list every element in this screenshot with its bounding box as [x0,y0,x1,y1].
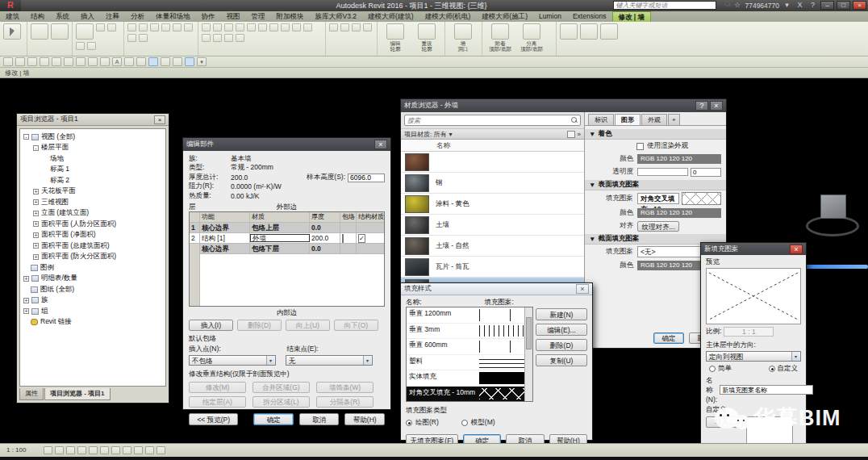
split-region-button[interactable]: 拆分区域(L) [252,396,310,408]
duplicate-button[interactable]: 复制(U) [536,354,587,366]
tab-structure[interactable]: 结构 [25,11,50,22]
shading-section-header[interactable]: ▼着色 [585,129,726,140]
tab-massing-site[interactable]: 体量和场地 [150,11,196,22]
section-icon[interactable] [136,57,146,66]
switch-windows-icon[interactable] [173,57,182,66]
worksharing-display-icon[interactable] [145,446,154,454]
view-scale[interactable]: 1 : 100 [6,446,26,454]
tab-modeling-master-con[interactable]: 建模大师(施工) [476,11,533,22]
shading-color-swatch[interactable]: RGB 120 120 120 [637,154,721,164]
ok-button[interactable]: 确定 [253,413,294,425]
temporary-hide-icon[interactable] [123,446,131,454]
tab-modeling-master-arch[interactable]: 建模大师(建筑) [362,11,419,22]
texture-alignment-button[interactable]: 纹理对齐... [637,221,679,232]
exchange-apps-icon[interactable]: X [795,1,805,10]
tree-item-sheets[interactable]: 图纸 (全部) [23,284,165,295]
visual-style-icon[interactable] [55,446,64,454]
edit-button[interactable]: 编辑(E)... [536,324,587,336]
scrollbar[interactable] [524,307,532,401]
render-icon[interactable] [89,446,98,454]
material-row-paint-yellow[interactable]: 涂料 - 黄色 [401,194,584,215]
pattern-row[interactable]: 垂直 1200mm [407,307,532,324]
tab-architecture[interactable]: 建筑 [0,11,25,22]
attach-top-tool[interactable]: 附着 顶部/底部 [486,23,515,52]
cell-structural[interactable]: ✓ [357,233,384,243]
collapse-icon[interactable]: - [33,145,39,151]
cope-icon[interactable] [127,23,136,31]
tree-item-level1[interactable]: 标高 1 [23,165,165,176]
cell-function[interactable]: 结构 [1] [200,233,250,243]
down-button[interactable]: 向下(O) [334,320,378,331]
properties-icon[interactable] [31,23,48,40]
new-button[interactable]: 新建(N) [536,308,587,320]
cell-material-editing[interactable]: 外墙 [250,234,310,242]
array-icon[interactable] [258,23,267,31]
tab-analyze[interactable]: 分析 [125,11,150,22]
redo-icon[interactable] [52,57,61,66]
copy-move-icon[interactable] [281,23,290,31]
constraints-icon[interactable] [156,446,165,454]
type-properties-icon[interactable] [51,23,69,40]
tree-item-ceiling-plans[interactable]: +天花板平面 [23,186,165,198]
close-button[interactable]: × [853,1,866,10]
use-render-appearance-checkbox[interactable] [636,143,644,150]
expand-icon[interactable]: + [33,221,39,227]
expand-icon[interactable]: + [23,298,29,303]
reveals-button[interactable]: 分隔条(R) [316,396,373,408]
pattern-row-selected[interactable]: 对角交叉填充 - 10mm [407,387,532,403]
orientation-dropdown[interactable]: 定向到视图▾ [706,351,801,362]
tree-item-views[interactable]: -视图 (全部) [23,132,165,143]
dropdown-icon[interactable]: ▾ [782,1,792,10]
mirror-icon[interactable] [224,23,233,31]
cut-geometry-icon[interactable] [139,23,148,31]
ribbon-tool-icon[interactable] [580,23,598,40]
scrollbar-thumb[interactable] [526,317,532,349]
extend-icon[interactable] [236,23,244,31]
tree-item-area-plan-4[interactable]: +面积平面 (防火分区面积) [23,252,165,263]
edit-profile-tool[interactable]: 编辑 轮廓 [381,23,410,52]
pin-icon[interactable] [213,34,222,42]
view-tool-icon[interactable] [329,23,338,31]
tab-appearance[interactable]: 外观 [641,114,667,125]
revit-logo-icon[interactable]: R [0,0,21,11]
ribbon-tool-icon[interactable] [560,23,578,40]
model-radio-option[interactable]: 模型(M) [461,418,495,428]
expand-icon[interactable]: + [23,308,29,314]
surface-pattern-value[interactable]: 对角交叉填充 - 10... [637,193,679,204]
shadows-icon[interactable] [77,446,86,454]
table-row[interactable]: 2 结构 [1] 外墙 200.0 ✓ [190,233,384,244]
tab-project-browser[interactable]: 项目浏览器 - 项目1 [44,388,111,400]
chevron-down-icon[interactable]: ▾ [449,131,452,138]
cancel-button[interactable]: 取消 [299,413,340,425]
expand-icon[interactable]: + [33,189,39,194]
signed-in-user[interactable]: 774964770 [745,2,779,10]
measure-icon[interactable] [139,34,148,42]
tree-item-families[interactable]: +族 [23,295,165,307]
tree-item-floor-plans[interactable]: -楼层平面 [23,143,165,154]
text-icon[interactable]: A [112,57,122,66]
linework-icon[interactable] [340,23,349,31]
view-cube-box[interactable] [820,194,846,219]
favorites-star-icon[interactable]: ☆ [732,1,742,10]
split-icon[interactable] [247,23,256,31]
assign-layers-button[interactable]: 指定层(A) [189,396,246,408]
surface-pattern-color-swatch[interactable]: RGB 120 120 120 [637,208,721,218]
match-type-icon[interactable] [76,42,85,50]
modify-cursor-icon[interactable] [3,23,21,40]
tree-item-groups[interactable]: +组 [23,306,165,317]
tree-item-schedules[interactable]: +明细表/数量 [23,274,165,285]
expand-icon[interactable]: + [33,199,39,205]
name-column-header[interactable]: 名称 [401,140,584,152]
new-fill-pattern-title-bar[interactable]: 新填充图案 × [701,243,806,255]
expand-icon[interactable]: + [33,211,39,216]
surface-pattern-section-header[interactable]: ▼表面填充图案 [585,180,726,190]
sweeps-button[interactable]: 墙饰条(W) [316,382,373,393]
demolish-icon[interactable] [184,23,193,31]
trim-icon[interactable] [303,23,312,31]
structural-checkbox-checked[interactable]: ✓ [358,234,365,243]
drafting-radio-option[interactable]: 绘图(R) [406,418,439,428]
material-row-steel[interactable]: 钢 [401,173,584,194]
paste-icon[interactable] [76,23,94,40]
transparency-slider[interactable] [637,168,688,176]
close-icon[interactable]: × [374,140,387,149]
